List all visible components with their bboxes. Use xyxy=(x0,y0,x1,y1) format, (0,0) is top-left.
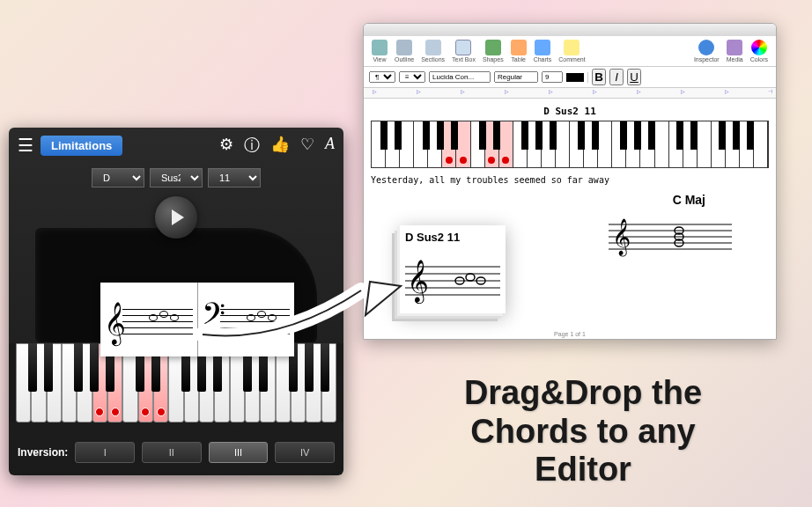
second-chord-staff: 𝄞 xyxy=(609,216,732,260)
editor-toolbar: View Outline Sections Text Box Shapes Ta… xyxy=(364,36,776,67)
editor-body[interactable]: D Sus2 11 xyxy=(364,99,776,202)
page-indicator: Page 1 of 1 xyxy=(554,331,586,337)
dragged-chord-card[interactable]: D Sus2 11 𝄞 xyxy=(400,225,506,313)
quality-select[interactable]: Sus2 xyxy=(150,168,203,187)
chord-selectors: D Sus2 11 xyxy=(9,163,343,193)
chord-app-panel: ☰ Limitations ⚙ ⓘ 👍 ♡ A D Sus2 11 𝄞 𝄢 xyxy=(9,128,343,475)
italic-button[interactable]: I xyxy=(609,69,624,85)
chord-name-label: D Sus2 11 xyxy=(371,106,769,117)
toolbar-charts[interactable]: Charts xyxy=(531,40,555,62)
format-bar: ¶ ≡ B I U xyxy=(364,67,776,88)
paragraph-style-select[interactable]: ¶ xyxy=(369,71,395,83)
like-icon[interactable]: 👍 xyxy=(270,135,290,156)
editor-titlebar[interactable] xyxy=(364,24,776,36)
app-header: ☰ Limitations ⚙ ⓘ 👍 ♡ A xyxy=(9,128,343,163)
menu-icon[interactable]: ☰ xyxy=(18,135,33,156)
toolbar-view[interactable]: View xyxy=(369,40,390,62)
editor-keyboard xyxy=(371,121,769,168)
extension-select[interactable]: 11 xyxy=(208,168,261,187)
inversion-iv-button[interactable]: IV xyxy=(275,442,335,463)
toolbar-inspector[interactable]: Inspector xyxy=(691,40,722,62)
inversion-iii-button[interactable]: III xyxy=(209,442,269,463)
root-select[interactable]: D xyxy=(92,168,144,187)
svg-text:𝄞: 𝄞 xyxy=(612,218,631,257)
inversion-ii-button[interactable]: II xyxy=(142,442,202,463)
toolbar-outline[interactable]: Outline xyxy=(392,40,417,62)
second-chord-label: C Maj xyxy=(673,193,705,207)
inversion-bar: Inversion: I II III IV xyxy=(9,442,343,463)
toolbar-table[interactable]: Table xyxy=(508,40,529,62)
underline-button[interactable]: U xyxy=(627,69,641,85)
inversion-label: Inversion: xyxy=(18,446,68,459)
toolbar-shapes[interactable]: Shapes xyxy=(480,40,506,62)
marketing-line-2: Chords to any xyxy=(372,413,794,452)
list-style-select[interactable]: ≡ xyxy=(399,71,425,83)
toolbar-textbox[interactable]: Text Box xyxy=(449,40,478,62)
font-family-input[interactable] xyxy=(429,71,491,83)
color-swatch[interactable] xyxy=(566,73,584,82)
toolbar-media[interactable]: Media xyxy=(724,40,746,62)
gear-icon[interactable]: ⚙ xyxy=(219,135,233,156)
marketing-headline: Drag&Drop the Chords to any Editor xyxy=(372,374,794,489)
toolbar-colors[interactable]: Colors xyxy=(748,40,771,62)
info-icon[interactable]: ⓘ xyxy=(244,135,260,156)
limitations-button[interactable]: Limitations xyxy=(41,136,122,156)
heart-icon[interactable]: ♡ xyxy=(300,135,314,156)
notation-card[interactable]: 𝄞 𝄢 xyxy=(100,283,294,356)
bold-button[interactable]: B xyxy=(592,69,606,85)
toolbar-sections[interactable]: Sections xyxy=(418,40,447,62)
marketing-line-1: Drag&Drop the xyxy=(372,374,794,413)
marketing-line-3: Editor xyxy=(372,451,794,489)
svg-point-16 xyxy=(466,274,475,281)
inversion-i-button[interactable]: I xyxy=(75,442,135,463)
font-style-input[interactable] xyxy=(494,71,538,83)
font-size-input[interactable] xyxy=(542,71,563,83)
svg-text:𝄞: 𝄞 xyxy=(407,260,429,304)
lyric-text: Yesterday, all my troubles seemed so far… xyxy=(371,175,769,185)
bass-staff: 𝄢 xyxy=(198,283,295,356)
treble-staff: 𝄞 xyxy=(100,283,198,356)
dragged-chord-staff: 𝄞 xyxy=(405,256,500,300)
font-icon[interactable]: A xyxy=(325,135,335,156)
ruler[interactable]: ▷▷▷ ▷▷▷ ▷▷▷ ⊣ xyxy=(364,88,776,99)
toolbar-comment[interactable]: Comment xyxy=(556,40,587,62)
play-button[interactable] xyxy=(155,196,197,239)
dragged-chord-label: D Sus2 11 xyxy=(405,231,500,244)
